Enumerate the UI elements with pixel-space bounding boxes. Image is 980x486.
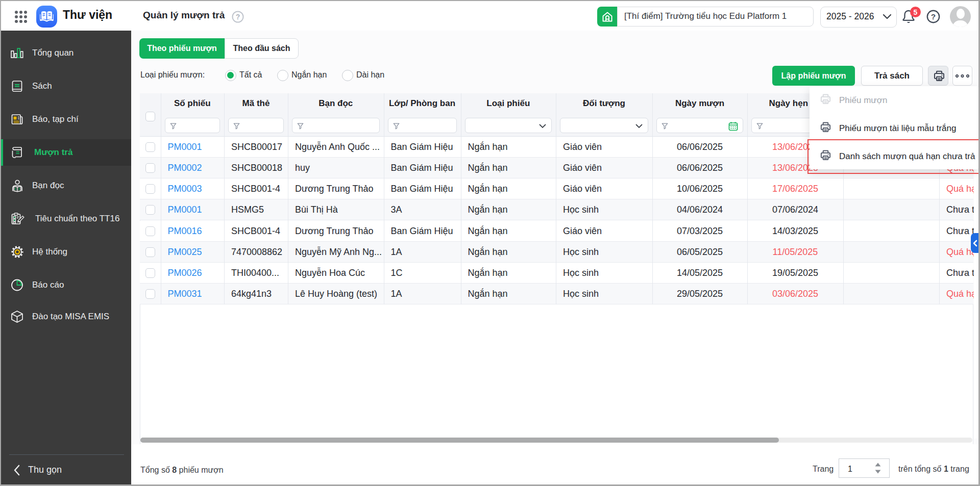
svg-text:?: ? [931, 12, 936, 21]
svg-text:?: ? [236, 13, 240, 21]
